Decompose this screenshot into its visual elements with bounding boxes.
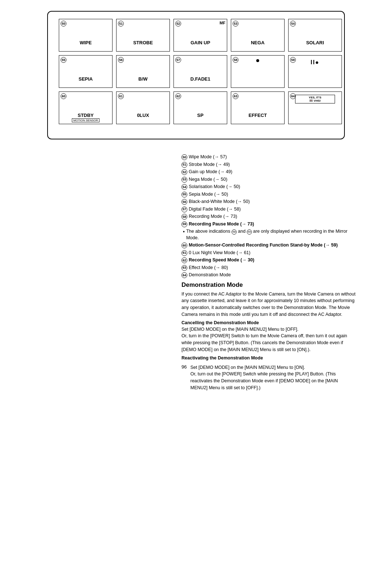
cell-60: 60 STDBY MOTION SENSOR (59, 91, 113, 124)
ann-text-61: 0 Lux Night View Mode (→ 61) (189, 250, 356, 256)
cell-sublabel-motion: MOTION SENSOR (72, 118, 99, 122)
ann-text-50: Wipe Mode (→ 57) (189, 154, 356, 160)
annotations-list: 50 Wipe Mode (→ 57) 51 Strobe Mode (→ 49… (181, 154, 356, 391)
ann-64: 64 Demonstration Mode (181, 272, 356, 278)
cell-61: 61 0LUX (116, 91, 170, 124)
ann-62: 62 Recording Speed Mode (→ 30) (181, 257, 356, 264)
grid-row-3: 60 STDBY MOTION SENSOR 61 0LUX 62 SP 63 … (59, 91, 333, 124)
cell-label-gainup: GAIN UP (174, 40, 227, 45)
annotations-section: 50 Wipe Mode (→ 57) 51 Strobe Mode (→ 49… (15, 154, 377, 391)
demo-title: Demonstration Mode (181, 281, 356, 289)
cell-number-59: 59 (290, 57, 296, 63)
cell-label-0lux: 0LUX (117, 113, 170, 118)
ann-text-62: Recording Speed Mode (→ 30) (189, 257, 356, 264)
ann-56: 56 Black-and-White Mode (→ 50) (181, 199, 356, 205)
cell-50: 50 WIPE (59, 19, 113, 52)
ann-text-52: Gain up Mode (→ 49) (189, 169, 356, 175)
cell-57: 57 D.FADE1 (173, 55, 227, 88)
cell-number-55: 55 (61, 57, 66, 63)
cell-number-57: 57 (175, 57, 181, 63)
ann-text-64: Demonstration Mode (189, 272, 356, 278)
cell-label-nega: NEGA (231, 40, 284, 45)
cell-number-56: 56 (118, 57, 124, 63)
cancelling-text: Set [DEMO MODE] on the [MAIN MENU2] Menu… (181, 326, 356, 353)
cell-58: 58 (231, 55, 285, 88)
ann-text-58: Recording Mode (→ 73) (189, 213, 356, 220)
page-container: 50 WIPE 51 STROBE 52 MF GAIN UP 53 NEGA … (0, 0, 392, 402)
cell-label-stdby: STDBY (59, 113, 112, 118)
demo-intro: If you connect the AC Adaptor to the Mov… (181, 291, 356, 318)
cell-52: 52 MF GAIN UP (173, 19, 227, 52)
cell-twodots-59: II● (311, 59, 320, 66)
ann-text-53: Nega Mode (→ 50) (189, 176, 356, 183)
cell-number-51: 51 (118, 21, 124, 27)
page-number-row: 96 Set [DEMO MODE] on the [MAIN MENU2] M… (181, 364, 356, 391)
cell-51: 51 STROBE (116, 19, 170, 52)
cell-number-52: 52 (175, 21, 181, 27)
cell-62: 62 SP (173, 91, 227, 124)
ann-59: 59 Recording Pause Mode (→ 73) (181, 221, 356, 228)
button-grid: 50 WIPE 51 STROBE 52 MF GAIN UP 53 NEGA … (47, 11, 345, 139)
ann-53: 53 Nega Mode (→ 50) (181, 176, 356, 183)
ann-60: 60 Motion-Sensor-Controlled Recording Fu… (181, 242, 356, 249)
cell-number-60: 60 (61, 93, 66, 99)
cell-53: 53 NEGA (231, 19, 285, 52)
cell-mf-52: MF (220, 21, 225, 25)
cell-label-sp: SP (174, 113, 227, 118)
cell-59: 59 II● (288, 55, 342, 88)
page-number: 96 (181, 364, 187, 370)
cancelling-title: Cancelling the Demonstration Mode (181, 320, 356, 325)
ann-text-57: Digital Fade Mode (→ 58) (189, 206, 356, 213)
cell-label-strobe: STROBE (117, 40, 170, 45)
cell-label-effect: EFFECT (231, 113, 284, 118)
cell-label-sepia: SEPIA (59, 76, 112, 82)
ann-text-51: Strobe Mode (→ 49) (189, 162, 356, 168)
bullet-note: • The above indications 58 and 59 are on… (181, 228, 356, 241)
cell-number-63: 63 (233, 93, 238, 99)
ann-52: 52 Gain up Mode (→ 49) (181, 169, 356, 175)
cell-63: 63 EFFECT (231, 91, 285, 124)
cell-number-62: 62 (175, 93, 181, 99)
ann-text-55: Sepia Mode (→ 50) (189, 191, 356, 198)
cell-64: 64 YES, IT'S📼 VHS! (288, 91, 342, 124)
grid-row-1: 50 WIPE 51 STROBE 52 MF GAIN UP 53 NEGA … (59, 19, 333, 52)
cell-dot-58 (256, 59, 259, 62)
cell-label-bw: B/W (117, 76, 170, 82)
reactivating-text: Set [DEMO MODE] on the [MAIN MENU2] Menu… (190, 364, 356, 391)
cell-number-58: 58 (233, 57, 238, 63)
reactivating-title: Reactivating the Demonstration Mode (181, 355, 356, 361)
grid-row-2: 55 SEPIA 56 B/W 57 D.FADE1 58 59 II● (59, 55, 333, 88)
ann-text-59: Recording Pause Mode (→ 73) (189, 221, 356, 228)
ann-text-54: Solarisation Mode (→ 50) (189, 184, 356, 190)
cell-label-dfade1: D.FADE1 (174, 76, 227, 82)
cell-label-wipe: WIPE (59, 40, 112, 45)
ann-51: 51 Strobe Mode (→ 49) (181, 162, 356, 168)
ann-63: 63 Effect Mode (→ 80) (181, 265, 356, 271)
bullet-note-text: The above indications 58 and 59 are only… (186, 228, 356, 241)
ann-61: 61 0 Lux Night View Mode (→ 61) (181, 250, 356, 256)
cell-55: 55 SEPIA (59, 55, 113, 88)
cell-vhs-64: YES, IT'S📼 VHS! (295, 95, 335, 103)
cell-number-54: 54 (290, 21, 296, 27)
ann-text-56: Black-and-White Mode (→ 50) (189, 199, 356, 205)
ann-57: 57 Digital Fade Mode (→ 58) (181, 206, 356, 213)
demo-section: Demonstration Mode If you connect the AC… (181, 281, 356, 391)
cell-56: 56 B/W (116, 55, 170, 88)
cell-54: 54 SOLARI (288, 19, 342, 52)
ann-text-63: Effect Mode (→ 80) (189, 265, 356, 271)
cell-label-solari: SOLARI (289, 40, 342, 45)
ann-54: 54 Solarisation Mode (→ 50) (181, 184, 356, 190)
ann-text-60: Motion-Sensor-Controlled Recording Funct… (189, 242, 356, 249)
cell-number-61: 61 (118, 93, 124, 99)
ann-50: 50 Wipe Mode (→ 57) (181, 154, 356, 160)
ann-55: 55 Sepia Mode (→ 50) (181, 191, 356, 198)
ann-58: 58 Recording Mode (→ 73) (181, 213, 356, 220)
cell-number-53: 53 (233, 21, 238, 27)
cell-number-50: 50 (61, 21, 66, 27)
